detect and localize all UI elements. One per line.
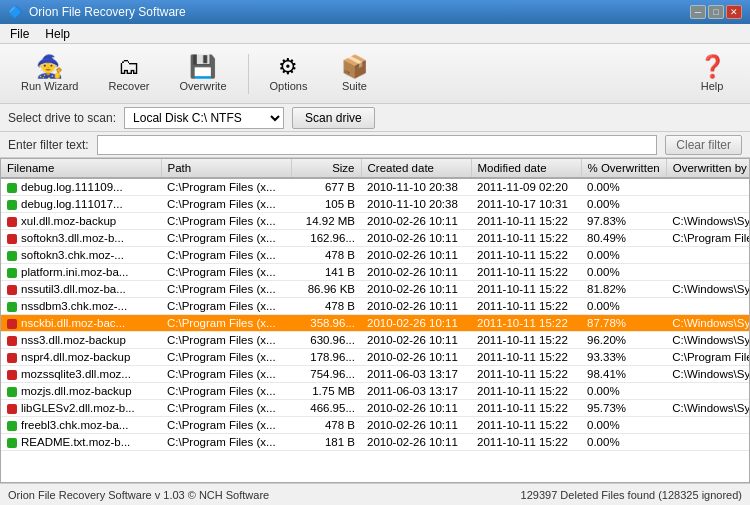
- menu-file[interactable]: File: [4, 26, 35, 42]
- table-row[interactable]: debug.log.111109... C:\Program Files (x.…: [1, 178, 750, 196]
- filter-label: Enter filter text:: [8, 138, 89, 152]
- controls-bar: Select drive to scan: Local Disk C:\ NTF…: [0, 104, 750, 132]
- help-label: Help: [701, 80, 724, 92]
- col-header-modified[interactable]: Modified date: [471, 159, 581, 178]
- cell-size: 105 B: [291, 196, 361, 213]
- col-header-filename[interactable]: Filename: [1, 159, 161, 178]
- cell-size: 358.96...: [291, 315, 361, 332]
- title-bar: 🔷 Orion File Recovery Software ─ □ ✕: [0, 0, 750, 24]
- cell-path: C:\Program Files (x...: [161, 417, 291, 434]
- cell-modified: 2011-10-11 15:22: [471, 264, 581, 281]
- status-dot: [7, 404, 17, 414]
- cell-path: C:\Program Files (x...: [161, 230, 291, 247]
- cell-path: C:\Program Files (x...: [161, 264, 291, 281]
- status-dot: [7, 234, 17, 244]
- cell-modified: 2011-10-11 15:22: [471, 366, 581, 383]
- table-row[interactable]: nssutil3.dll.moz-ba... C:\Program Files …: [1, 281, 750, 298]
- help-button[interactable]: ❓ Help: [682, 49, 742, 99]
- cell-pct: 0.00%: [581, 247, 666, 264]
- run-wizard-button[interactable]: 🧙 Run Wizard: [8, 49, 91, 99]
- recover-button[interactable]: 🗂 Recover: [95, 49, 162, 99]
- cell-path: C:\Program Files (x...: [161, 281, 291, 298]
- cell-filename: softokn3.chk.moz-...: [1, 247, 161, 264]
- col-header-path[interactable]: Path: [161, 159, 291, 178]
- table-header-row: Filename Path Size Created date Modified…: [1, 159, 750, 178]
- suite-button[interactable]: 📦 Suite: [324, 49, 384, 99]
- options-icon: ⚙: [278, 56, 298, 78]
- table-row[interactable]: nsckbi.dll.moz-bac... C:\Program Files (…: [1, 315, 750, 332]
- status-dot: [7, 285, 17, 295]
- cell-path: C:\Program Files (x...: [161, 400, 291, 417]
- cell-size: 181 B: [291, 434, 361, 451]
- col-header-overwritten-by[interactable]: Overwritten by: [666, 159, 750, 178]
- cell-modified: 2011-10-11 15:22: [471, 349, 581, 366]
- cell-created: 2011-06-03 13:17: [361, 383, 471, 400]
- cell-overwritten-by: C:\Windows\System32: [666, 400, 750, 417]
- cell-overwritten-by: C:\Program Files (x86)\: [666, 230, 750, 247]
- col-header-size[interactable]: Size: [291, 159, 361, 178]
- table-row[interactable]: README.txt.moz-b... C:\Program Files (x.…: [1, 434, 750, 451]
- scan-drive-button[interactable]: Scan drive: [292, 107, 375, 129]
- cell-created: 2010-11-10 20:38: [361, 196, 471, 213]
- filter-input[interactable]: [97, 135, 658, 155]
- table-row[interactable]: mozjs.dll.moz-backup C:\Program Files (x…: [1, 383, 750, 400]
- minimize-button[interactable]: ─: [690, 5, 706, 19]
- app-icon: 🔷: [8, 5, 23, 19]
- cell-created: 2010-11-10 20:38: [361, 178, 471, 196]
- cell-modified: 2011-10-11 15:22: [471, 315, 581, 332]
- cell-filename: README.txt.moz-b...: [1, 434, 161, 451]
- recover-label: Recover: [108, 80, 149, 92]
- table-row[interactable]: platform.ini.moz-ba... C:\Program Files …: [1, 264, 750, 281]
- suite-icon: 📦: [341, 56, 368, 78]
- col-header-pct[interactable]: % Overwritten: [581, 159, 666, 178]
- cell-pct: 93.33%: [581, 349, 666, 366]
- cell-overwritten-by: C:\Windows\System32: [666, 281, 750, 298]
- table-row[interactable]: nss3.dll.moz-backup C:\Program Files (x.…: [1, 332, 750, 349]
- options-button[interactable]: ⚙ Options: [257, 49, 321, 99]
- cell-size: 178.96...: [291, 349, 361, 366]
- table-row[interactable]: softokn3.dll.moz-b... C:\Program Files (…: [1, 230, 750, 247]
- cell-path: C:\Program Files (x...: [161, 366, 291, 383]
- cell-filename: xul.dll.moz-backup: [1, 213, 161, 230]
- cell-created: 2011-06-03 13:17: [361, 366, 471, 383]
- table-row[interactable]: libGLESv2.dll.moz-b... C:\Program Files …: [1, 400, 750, 417]
- overwrite-button[interactable]: 💾 Overwrite: [166, 49, 239, 99]
- cell-pct: 0.00%: [581, 264, 666, 281]
- clear-filter-button[interactable]: Clear filter: [665, 135, 742, 155]
- menu-help[interactable]: Help: [39, 26, 76, 42]
- table-row[interactable]: nssdbm3.chk.moz-... C:\Program Files (x.…: [1, 298, 750, 315]
- cell-overwritten-by: C:\Windows\System32: [666, 315, 750, 332]
- status-dot: [7, 438, 17, 448]
- cell-path: C:\Program Files (x...: [161, 332, 291, 349]
- status-dot: [7, 336, 17, 346]
- table-row[interactable]: debug.log.111017... C:\Program Files (x.…: [1, 196, 750, 213]
- overwrite-label: Overwrite: [179, 80, 226, 92]
- cell-modified: 2011-10-11 15:22: [471, 332, 581, 349]
- cell-size: 478 B: [291, 298, 361, 315]
- cell-pct: 96.20%: [581, 332, 666, 349]
- maximize-button[interactable]: □: [708, 5, 724, 19]
- cell-filename: debug.log.111017...: [1, 196, 161, 213]
- cell-created: 2010-02-26 10:11: [361, 247, 471, 264]
- file-table: Filename Path Size Created date Modified…: [1, 159, 750, 451]
- table-row[interactable]: xul.dll.moz-backup C:\Program Files (x..…: [1, 213, 750, 230]
- cell-filename: softokn3.dll.moz-b...: [1, 230, 161, 247]
- file-table-container[interactable]: Filename Path Size Created date Modified…: [0, 158, 750, 483]
- cell-pct: 98.41%: [581, 366, 666, 383]
- table-row[interactable]: softokn3.chk.moz-... C:\Program Files (x…: [1, 247, 750, 264]
- cell-overwritten-by: [666, 196, 750, 213]
- table-row[interactable]: mozssqlite3.dll.moz... C:\Program Files …: [1, 366, 750, 383]
- drive-select[interactable]: Local Disk C:\ NTFS: [124, 107, 284, 129]
- close-button[interactable]: ✕: [726, 5, 742, 19]
- cell-size: 478 B: [291, 417, 361, 434]
- filter-bar: Enter filter text: Clear filter: [0, 132, 750, 158]
- cell-path: C:\Program Files (x...: [161, 247, 291, 264]
- col-header-created[interactable]: Created date: [361, 159, 471, 178]
- status-dot: [7, 319, 17, 329]
- table-row[interactable]: freebl3.chk.moz-ba... C:\Program Files (…: [1, 417, 750, 434]
- cell-size: 86.96 KB: [291, 281, 361, 298]
- options-label: Options: [270, 80, 308, 92]
- cell-created: 2010-02-26 10:11: [361, 298, 471, 315]
- cell-pct: 80.49%: [581, 230, 666, 247]
- table-row[interactable]: nspr4.dll.moz-backup C:\Program Files (x…: [1, 349, 750, 366]
